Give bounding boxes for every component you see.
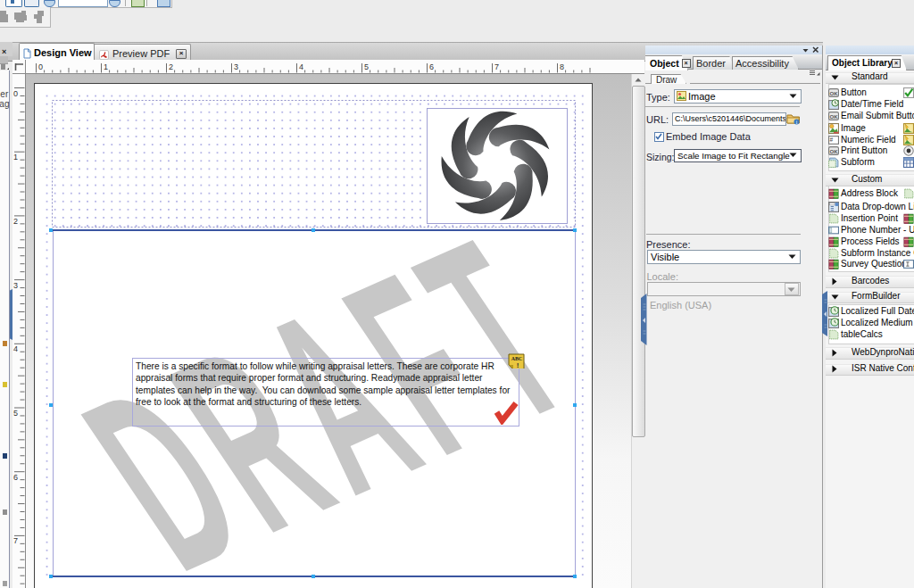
svg-text:3: 3 (234, 62, 238, 71)
svg-text:#: # (829, 137, 833, 143)
svg-text:ABC: ABC (511, 356, 523, 361)
svg-text:6: 6 (429, 62, 434, 71)
svg-text:1: 1 (104, 62, 108, 71)
svg-text:5: 5 (13, 409, 18, 418)
svg-text:OK: OK (830, 114, 839, 120)
svg-text:4: 4 (13, 344, 18, 353)
svg-text:0: 0 (38, 62, 43, 71)
svg-text:5: 5 (364, 62, 369, 71)
svg-text:OK: OK (830, 91, 839, 96)
svg-text:4: 4 (299, 62, 303, 71)
svg-text:1: 1 (13, 153, 18, 161)
svg-text:OK: OK (830, 149, 839, 154)
svg-text:3: 3 (13, 281, 18, 290)
svg-text:0: 0 (13, 89, 18, 98)
svg-text:2: 2 (169, 62, 173, 71)
svg-text:8: 8 (560, 62, 564, 71)
svg-text:2: 2 (13, 217, 18, 226)
svg-text:7: 7 (13, 536, 18, 545)
svg-text:6: 6 (13, 473, 18, 482)
svg-text:!: ! (517, 361, 519, 369)
svg-text:7: 7 (494, 62, 499, 71)
